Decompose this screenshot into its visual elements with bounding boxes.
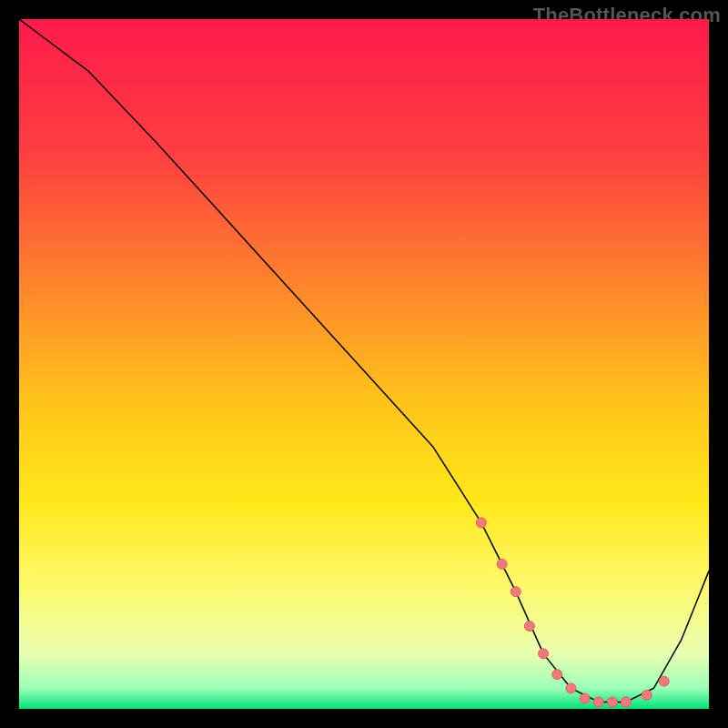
- marker-dot: [642, 690, 652, 700]
- marker-dot: [511, 587, 521, 597]
- plot-area: [19, 19, 709, 709]
- chart-svg: [19, 19, 709, 709]
- marker-dot: [580, 693, 590, 703]
- marker-dot: [552, 670, 562, 680]
- marker-dot: [607, 697, 617, 707]
- marker-dot: [593, 697, 603, 707]
- marker-dot: [497, 559, 507, 569]
- gradient-background: [19, 19, 709, 709]
- marker-dot: [476, 518, 486, 528]
- chart-container: TheBottleneck.com: [0, 0, 728, 728]
- marker-dot: [539, 649, 549, 659]
- marker-dot: [659, 676, 669, 686]
- marker-dot: [566, 683, 576, 693]
- marker-dot: [622, 697, 632, 707]
- marker-dot: [524, 622, 534, 632]
